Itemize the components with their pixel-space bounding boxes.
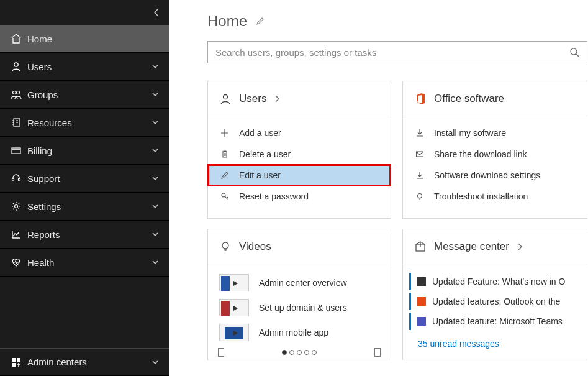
search-box[interactable] [207,41,587,63]
video-thumbnail [219,274,249,291]
pager-dot[interactable] [304,350,309,355]
install-software-item[interactable]: Install my software [403,122,587,144]
item-label: Software download settings [434,170,540,180]
video-item[interactable]: Set up domain & users [208,295,391,320]
home-icon [7,33,25,44]
edit-title-button[interactable] [256,17,265,25]
reset-password-item[interactable]: Reset a password [208,186,391,207]
item-label: Edit a user [239,170,281,180]
videos-card-header[interactable]: Videos [208,229,391,264]
lightbulb-icon [219,241,232,253]
video-item[interactable]: Admin mobile app [208,320,391,345]
gear-icon [7,201,25,212]
search-input[interactable] [215,47,569,58]
sidebar-item-resources[interactable]: Resources [0,109,169,137]
svg-rect-10 [12,363,16,367]
svg-point-1 [13,91,16,94]
delete-user-item[interactable]: Delete a user [208,144,391,165]
sidebar-item-label: Health [25,257,149,268]
chevron-down-icon [149,147,161,154]
admin-centers-icon [7,357,25,368]
sidebar-item-label: Support [25,173,149,184]
item-label: Reset a password [239,191,309,201]
svg-rect-9 [17,358,20,362]
message-center-card: Message center Updated Feature: What's n… [402,229,587,360]
sidebar-item-groups[interactable]: Groups [0,81,169,109]
sidebar-item-label: Billing [25,145,149,156]
sidebar-item-users[interactable]: Users [0,53,169,81]
office-card-header[interactable]: Office software [403,81,587,116]
add-user-item[interactable]: Add a user [208,122,391,144]
message-center-header[interactable]: Message center [403,229,587,264]
chevron-down-icon [149,119,161,126]
video-label: Admin center overview [259,278,347,288]
chevron-right-icon [274,95,280,103]
svg-rect-8 [12,358,16,362]
support-icon [7,173,25,184]
chevron-down-icon [149,203,161,210]
video-thumbnail [219,324,249,341]
app-icon [417,297,426,306]
users-card-title: Users [239,93,266,105]
item-label: Share the download link [434,149,527,159]
svg-point-7 [15,205,18,208]
message-item[interactable]: Updated features: Outlook on the [409,293,587,310]
download-settings-item[interactable]: Software download settings [403,165,587,186]
pager-dot[interactable] [297,350,302,355]
plus-icon [219,129,230,137]
sidebar-item-billing[interactable]: Billing [0,137,169,165]
video-thumbnail [219,299,249,316]
svg-point-15 [418,194,422,198]
svg-point-11 [571,48,577,55]
message-label: Updated feature: Microsoft Teams [432,316,563,326]
user-icon [7,61,25,72]
sidebar-item-settings[interactable]: Settings [0,193,169,221]
sidebar-item-label: Reports [25,229,149,240]
sidebar-item-admin-centers[interactable]: Admin centers [0,348,169,376]
sidebar-collapse-button[interactable] [0,0,169,25]
user-icon [219,93,232,105]
share-link-item[interactable]: Share the download link [403,144,587,165]
svg-point-2 [17,91,20,94]
video-item[interactable]: Admin center overview [208,270,391,295]
message-item[interactable]: Updated feature: Microsoft Teams [409,313,587,330]
users-card-header[interactable]: Users [208,81,391,116]
sidebar-item-label: Resources [25,117,149,128]
sidebar-item-reports[interactable]: Reports [0,221,169,249]
message-label: Updated Feature: What's new in O [432,277,565,287]
sidebar-item-label: Users [25,62,149,72]
pager-dot[interactable] [312,350,317,355]
pager-dot[interactable] [289,350,294,355]
main-content: Home Users Add a [169,0,588,376]
item-label: Install my software [434,128,506,138]
search-icon[interactable] [569,47,579,57]
download-icon [414,129,425,137]
sidebar-item-support[interactable]: Support [0,165,169,193]
chevron-down-icon [149,91,161,98]
device-icon[interactable] [218,348,224,357]
sidebar: Home Users Groups Resources Billing Supp [0,0,169,376]
sidebar-item-health[interactable]: Health [0,249,169,277]
troubleshoot-item[interactable]: Troubleshoot installation [403,186,587,207]
device-icon[interactable] [374,348,381,357]
edit-user-item[interactable]: Edit a user [208,165,391,186]
app-icon [417,277,426,286]
item-label: Add a user [239,128,281,138]
mail-icon [414,150,425,158]
message-label: Updated features: Outlook on the [432,296,560,306]
svg-rect-4 [12,148,20,154]
videos-card: Videos Admin center overview Set up doma… [207,229,391,360]
chevron-down-icon [149,231,161,238]
chevron-down-icon [149,63,161,70]
pager-dot[interactable] [282,350,287,355]
svg-point-16 [222,242,228,249]
chevron-down-icon [149,175,161,182]
sidebar-item-home[interactable]: Home [0,25,169,53]
sidebar-item-label: Groups [25,89,149,100]
videos-card-title: Videos [239,241,271,253]
sidebar-item-label: Settings [25,201,149,212]
unread-messages-link[interactable]: 35 unread messages [403,332,587,349]
chevron-right-icon [517,243,523,250]
message-item[interactable]: Updated Feature: What's new in O [409,273,587,290]
chevron-down-icon [149,259,161,266]
